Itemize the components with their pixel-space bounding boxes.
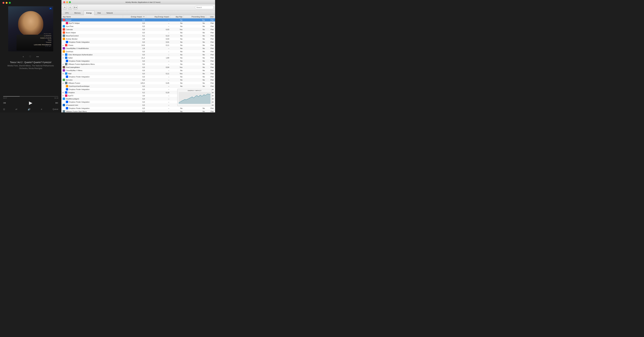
prev-sleep-cell: No (184, 110, 206, 113)
table-row[interactable]: Deezer 0,4 – No Yes Petr (62, 19, 215, 22)
progress-bar[interactable] (3, 96, 58, 97)
col-app-name[interactable]: App Name (62, 15, 123, 19)
next-button[interactable]: ⏭ (56, 101, 58, 105)
player-actions: + ♡ ••• (22, 55, 40, 59)
col-energy-impact[interactable]: Energy Impact ▼ (123, 15, 146, 19)
avg-energy-cell: – (146, 60, 170, 63)
track-title: Tosca / Act 2 : Quanto? Quanto? Il prezz… (5, 61, 56, 64)
prev-sleep-cell: No (184, 31, 206, 34)
table-row[interactable]: SyncTime 0,0 – No No Petr (62, 25, 215, 28)
energy-chart-svg (179, 92, 210, 104)
prev-sleep-cell: No (184, 60, 206, 63)
table-row[interactable]: Dropbox Finder Integration 0,0 – No No P… (62, 60, 215, 63)
user-cell: Petr (206, 72, 215, 75)
am-close-button[interactable] (63, 1, 65, 3)
avg-energy-cell: – (146, 25, 170, 28)
tab-memory[interactable]: Memory (72, 11, 83, 15)
app-name-label: VMware Fusion Start Menu (66, 111, 87, 112)
energy-impact-cell: 0,0 (123, 104, 146, 107)
app-name-cell: VMware Fusion Start Menu (62, 110, 123, 113)
table-row[interactable]: Dropbox Finder Integration 0,0 0,01 No N… (62, 41, 215, 44)
table-row[interactable]: ▶ VMware Fusion Applications Menu 0,0 – … (62, 63, 215, 66)
energy-impact-cell: 0,0 (123, 100, 146, 104)
gear-button[interactable]: ⚙ ▾ (74, 5, 78, 10)
app-nap-cell: No (170, 107, 184, 110)
minimize-button[interactable] (6, 2, 8, 4)
table-row[interactable]: MacsFanControl 0,1 0,13 No No Petr (62, 34, 215, 37)
app-nap-cell: No (170, 37, 184, 41)
table-row[interactable]: ▶ Citrix Workspace Authentication 0,0 – … (62, 53, 215, 56)
app-name-cell: Dropbox Finder Integration (62, 88, 123, 91)
table-row[interactable]: CleanMyMac X Menu 0,6 – No No Petr (62, 69, 215, 72)
energy-impact-cell: 0,0 (123, 60, 146, 63)
table-row[interactable]: QuicKeysUserEventHelper 0,0 – No No Petr (62, 85, 215, 88)
more-button[interactable]: ••• (36, 55, 40, 59)
am-minimize-button[interactable] (66, 1, 68, 3)
table-row[interactable]: VMware Fusion Start Menu 0,0 – No No Pet… (62, 110, 215, 113)
user-cell: Petr (206, 25, 215, 28)
close-process-button[interactable]: ✕ (63, 5, 67, 10)
app-name-label: iStatMenusAgent (66, 98, 79, 100)
avg-energy-cell: – (146, 75, 170, 78)
airplay-button[interactable]: ⊡ (3, 108, 5, 111)
maximize-button[interactable] (9, 2, 11, 4)
equalizer-button[interactable]: ≡ (41, 108, 42, 111)
col-app-nap[interactable]: App Nap (170, 15, 184, 19)
info-button[interactable]: ℹ (68, 5, 72, 10)
app-name-cell: DiskCatalogMaker (62, 66, 123, 69)
am-maximize-button[interactable] (69, 1, 71, 3)
avg-energy-cell: – (146, 53, 170, 56)
table-row[interactable]: Activity Monitor 3,9 0,03 No No Petr (62, 37, 215, 41)
table-row[interactable]: ▶ Mail 0,0 0,11 Yes No Petr (62, 72, 215, 75)
col-prev-sleep[interactable]: Preventing Sleep (184, 15, 206, 19)
table-row[interactable]: QuicKeys 0,0 – No No Petr (62, 50, 215, 53)
table-row[interactable]: ▶ Safari 21,2 1,80 No No Petr (62, 56, 215, 60)
table-row[interactable]: ▶ VMware Fusion 129,2 0,45 No No Petr (62, 82, 215, 85)
user-cell: Petr (206, 69, 215, 72)
tab-cpu[interactable]: CPU (62, 11, 71, 15)
app-name-label: MacsFanControl (66, 35, 78, 37)
prev-sleep-cell: No (184, 75, 206, 78)
app-name-label: Dropbox Finder Integration (69, 88, 90, 90)
app-name-label: Dropbox Finder Integration (69, 76, 90, 78)
prev-sleep-cell: No (184, 22, 206, 25)
play-button[interactable]: ▶ (29, 100, 32, 105)
avg-energy-cell: 0,45 (146, 82, 170, 85)
queue-button[interactable]: Queue (52, 108, 58, 110)
table-row[interactable]: Boom Helper 0,0 – No No Petr (62, 31, 215, 34)
shuffle-button[interactable]: ⇄ (16, 108, 17, 111)
tab-energy[interactable]: Energy (84, 11, 94, 15)
heart-button[interactable]: ♡ (28, 55, 32, 59)
app-nap-cell: No (170, 44, 184, 47)
close-button[interactable] (2, 2, 4, 4)
energy-impact-cell: 0,0 (123, 72, 146, 75)
search-input[interactable] (195, 6, 214, 9)
am-traffic-lights (63, 1, 71, 3)
prev-button[interactable]: ⏮ (3, 101, 6, 105)
current-time: 03:57 (3, 97, 7, 99)
col-avg-energy[interactable]: Avg Energy Impact (146, 15, 170, 19)
app-name-label: Safari (68, 57, 73, 59)
tab-disk[interactable]: Disk (95, 11, 104, 15)
user-cell: Petr (206, 60, 215, 63)
user-cell: Petr (206, 50, 215, 53)
table-row[interactable]: ▶ iTunes 14,6 0,11 No No Petr (62, 44, 215, 47)
table-row[interactable]: Dropbox Finder Integration 0,0 – No No P… (62, 107, 215, 110)
tab-network[interactable]: Network (104, 11, 116, 15)
table-row[interactable]: EyeTV Helper 0,0 – No No Petr (62, 22, 215, 25)
table-row[interactable]: Dropbox Finder Integration 0,0 – No No P… (62, 75, 215, 78)
avg-energy-cell: – (146, 100, 170, 104)
am-wrapper: App Name Energy Impact ▼ Avg Energy Impa… (62, 15, 215, 112)
table-row[interactable]: DiskCatalogMaker 0,0 0,04 Yes No Petr (62, 66, 215, 69)
table-row[interactable]: Semulov 0,0 – No No Petr (62, 78, 215, 82)
volume-button[interactable]: 🔊 (28, 108, 30, 111)
add-button[interactable]: + (22, 55, 24, 59)
user-cell: Petr (206, 41, 215, 44)
avg-energy-cell: – (146, 97, 170, 100)
table-row[interactable]: Calendar 0,0 0,03 Yes No Petr (62, 28, 215, 31)
col-user[interactable]: User (206, 15, 215, 19)
user-cell: Petr (206, 82, 215, 85)
table-row[interactable]: CleanMyMac X HealthMonitor 2,8 – No No P… (62, 47, 215, 50)
user-cell: Petr (206, 56, 215, 60)
app-name-cell: QuicKeys (62, 50, 123, 53)
